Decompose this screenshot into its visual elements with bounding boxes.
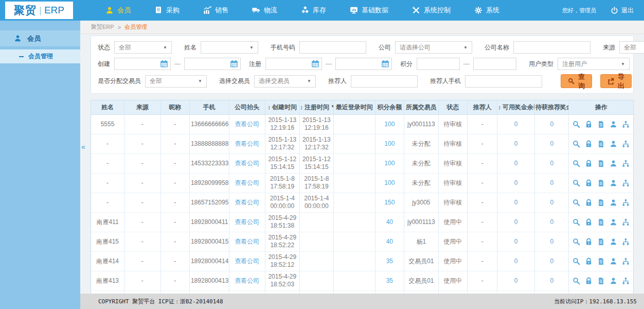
relation-icon[interactable] xyxy=(622,179,630,187)
view-icon[interactable] xyxy=(573,218,580,226)
nav-item-inventory[interactable]: 库存 xyxy=(289,0,338,21)
pending-bonus-value[interactable]: 0 xyxy=(550,121,553,128)
points-value[interactable]: 100 xyxy=(384,179,395,186)
column-header[interactable]: ↕注册时间▼ xyxy=(299,100,334,114)
pending-bonus-value[interactable]: 0 xyxy=(550,258,553,265)
pending-bonus-value[interactable]: 0 xyxy=(550,179,553,186)
bonus-value[interactable]: 0 xyxy=(514,218,518,226)
relation-icon[interactable] xyxy=(622,238,630,246)
log-icon[interactable] xyxy=(597,258,605,265)
member-icon[interactable] xyxy=(610,140,617,148)
sort-icon[interactable]: ↕ xyxy=(498,104,501,110)
view-company-link[interactable]: 查看公司 xyxy=(235,258,259,265)
bonus-value[interactable]: 0 xyxy=(514,121,518,128)
bonus-value[interactable]: 0 xyxy=(514,199,518,206)
nav-item-system[interactable]: 系统 xyxy=(462,0,511,21)
sidebar-group-members[interactable]: 会员 xyxy=(0,30,80,46)
view-icon[interactable] xyxy=(573,160,580,167)
member-icon[interactable] xyxy=(610,199,617,207)
lock-icon[interactable] xyxy=(585,218,593,226)
pending-bonus-value[interactable]: 0 xyxy=(550,199,553,206)
view-icon[interactable] xyxy=(573,121,580,128)
bonus-value[interactable]: 0 xyxy=(514,238,518,245)
trader-select[interactable]: 选择交易员▼ xyxy=(254,75,316,88)
view-icon[interactable] xyxy=(573,238,580,246)
nav-item-members[interactable]: 会员 xyxy=(94,0,142,21)
relation-icon[interactable] xyxy=(622,140,630,148)
relation-icon[interactable] xyxy=(622,160,630,167)
lock-icon[interactable] xyxy=(585,121,593,128)
view-company-link[interactable]: 查看公司 xyxy=(235,277,259,284)
points-value[interactable]: 40 xyxy=(386,218,393,226)
lock-icon[interactable] xyxy=(585,160,593,167)
view-icon[interactable] xyxy=(573,258,580,265)
bonus-value[interactable]: 0 xyxy=(514,160,518,167)
user-type-select[interactable]: 注册用户▼ xyxy=(558,58,630,70)
view-company-link[interactable]: 查看公司 xyxy=(235,121,259,128)
name-select[interactable]: ▼ xyxy=(201,41,258,54)
view-icon[interactable] xyxy=(573,140,580,148)
bonus-value[interactable]: 0 xyxy=(514,277,518,284)
relation-icon[interactable] xyxy=(622,277,630,285)
log-icon[interactable] xyxy=(597,140,605,148)
company-name-input[interactable] xyxy=(513,41,591,54)
view-icon[interactable] xyxy=(573,277,580,285)
source-select[interactable]: 全部▼ xyxy=(619,41,644,54)
query-button[interactable]: 查询 xyxy=(561,74,592,88)
view-company-link[interactable]: 查看公司 xyxy=(235,218,259,226)
logout-button[interactable]: 退出 xyxy=(611,6,634,15)
points-value[interactable]: 40 xyxy=(386,238,393,245)
view-company-link[interactable]: 查看公司 xyxy=(235,199,259,206)
pending-bonus-value[interactable]: 0 xyxy=(550,277,553,284)
points-value[interactable]: 100 xyxy=(384,140,395,147)
phone-input[interactable] xyxy=(299,41,366,54)
lock-icon[interactable] xyxy=(585,238,593,246)
sidebar-item-member-management[interactable]: 会员管理 xyxy=(0,49,80,63)
view-icon[interactable] xyxy=(573,179,580,187)
member-icon[interactable] xyxy=(610,121,617,128)
lock-icon[interactable] xyxy=(585,199,593,207)
sidebar-collapse-handle[interactable]: « xyxy=(81,143,85,151)
member-icon[interactable] xyxy=(610,160,617,167)
points-value[interactable]: 35 xyxy=(386,258,393,265)
log-icon[interactable] xyxy=(597,218,605,226)
bonus-value[interactable]: 0 xyxy=(514,140,518,147)
points-to-input[interactable] xyxy=(473,58,516,70)
lock-icon[interactable] xyxy=(585,258,593,265)
bonus-value[interactable]: 0 xyxy=(514,179,518,186)
view-company-link[interactable]: 查看公司 xyxy=(235,160,259,167)
relation-icon[interactable] xyxy=(622,199,630,207)
log-icon[interactable] xyxy=(597,179,605,187)
calendar-icon[interactable] xyxy=(230,60,238,68)
member-icon[interactable] xyxy=(610,258,617,265)
log-icon[interactable] xyxy=(597,277,605,285)
relation-icon[interactable] xyxy=(622,218,630,226)
nav-item-procurement[interactable]: 采购 xyxy=(142,0,191,21)
calendar-icon[interactable] xyxy=(160,60,168,68)
lock-icon[interactable] xyxy=(585,140,593,148)
points-value[interactable]: 100 xyxy=(384,121,395,128)
nav-item-base-data[interactable]: 基础数据 xyxy=(338,0,400,21)
member-icon[interactable] xyxy=(610,277,617,285)
company-select[interactable]: 请选择公司▼ xyxy=(395,41,472,54)
member-icon[interactable] xyxy=(610,179,617,187)
pending-bonus-value[interactable]: 0 xyxy=(550,140,553,147)
lock-icon[interactable] xyxy=(585,179,593,187)
column-header[interactable]: ↕可用奖金余额 xyxy=(497,100,535,114)
log-icon[interactable] xyxy=(597,238,605,246)
log-icon[interactable] xyxy=(597,199,605,207)
export-button[interactable]: 导出 xyxy=(600,74,632,88)
points-value[interactable]: 150 xyxy=(384,199,395,206)
pending-bonus-value[interactable]: 0 xyxy=(550,238,553,245)
calendar-icon[interactable] xyxy=(311,60,319,68)
relation-icon[interactable] xyxy=(622,121,630,128)
bonus-value[interactable]: 0 xyxy=(514,258,518,265)
member-icon[interactable] xyxy=(610,238,617,246)
referrer-phone-input[interactable] xyxy=(465,75,542,88)
relation-icon[interactable] xyxy=(622,258,630,265)
status-select[interactable]: 全部▼ xyxy=(114,41,172,54)
points-value[interactable]: 35 xyxy=(386,277,393,284)
sort-icon[interactable]: ↕ xyxy=(268,104,271,110)
nav-item-system-control[interactable]: 系统控制 xyxy=(400,0,462,21)
referrer-input[interactable] xyxy=(351,75,418,88)
